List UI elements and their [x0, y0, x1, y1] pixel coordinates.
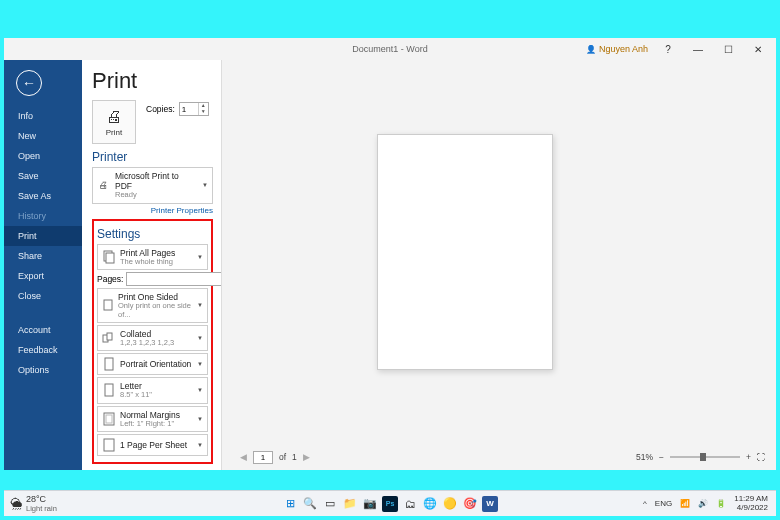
minimize-button[interactable]: —	[688, 44, 708, 55]
zoom-in-button[interactable]: +	[746, 452, 751, 462]
next-page-button[interactable]: ▶	[303, 452, 310, 462]
tray-chevron-icon[interactable]: ^	[643, 499, 647, 508]
edge-icon[interactable]: 🌐	[422, 496, 438, 512]
svg-rect-5	[105, 358, 113, 370]
back-arrow-icon: ←	[22, 75, 36, 91]
sidebar-item-open[interactable]: Open	[4, 146, 82, 166]
print-action-row: 🖨 Print Copies: ▲▼	[92, 100, 213, 144]
clock[interactable]: 11:29 AM 4/9/2022	[734, 495, 768, 513]
sidebar-item-share[interactable]: Share	[4, 246, 82, 266]
pages-icon	[102, 250, 116, 264]
settings-highlight-box: Settings Print All Pages The whole thing…	[92, 219, 213, 464]
files-icon[interactable]: 🗂	[402, 496, 418, 512]
camera-icon[interactable]: 📷	[362, 496, 378, 512]
pages-label: Pages:	[97, 274, 123, 284]
taskbar-weather[interactable]: 🌦 28°C Light rain	[4, 494, 57, 513]
sidebar-item-saveas[interactable]: Save As	[4, 186, 82, 206]
main-area: ← Info New Open Save Save As History Pri…	[4, 60, 776, 470]
sidebar-item-new[interactable]: New	[4, 126, 82, 146]
setting-sub: Only print on one side of...	[118, 302, 193, 319]
back-button[interactable]: ←	[16, 70, 42, 96]
task-view-icon[interactable]: ▭	[322, 496, 338, 512]
sidebar-item-feedback[interactable]: Feedback	[4, 340, 82, 360]
photoshop-icon[interactable]: Ps	[382, 496, 398, 512]
sidebar-item-save[interactable]: Save	[4, 166, 82, 186]
printer-heading: Printer	[92, 150, 213, 164]
sidebar-item-export[interactable]: Export	[4, 266, 82, 286]
copies-label: Copies:	[146, 104, 175, 114]
taskbar-right: ^ ENG 📶 🔊 🔋 11:29 AM 4/9/2022	[643, 495, 776, 513]
zoom-controls: 51% − + ⛶	[636, 452, 766, 462]
taskbar-center: ⊞ 🔍 ▭ 📁 📷 Ps 🗂 🌐 🟡 🎯 W	[282, 496, 498, 512]
copies-spinner[interactable]: ▲▼	[179, 102, 209, 116]
sidebar-item-options[interactable]: Options	[4, 360, 82, 380]
copies-input[interactable]	[180, 103, 198, 115]
zoom-fit-button[interactable]: ⛶	[757, 452, 766, 462]
printer-device-icon: 🖨	[97, 178, 111, 192]
sidebar-item-close[interactable]: Close	[4, 286, 82, 306]
battery-icon[interactable]: 🔋	[716, 499, 726, 508]
wifi-icon[interactable]: 📶	[680, 499, 690, 508]
setting-orientation[interactable]: Portrait Orientation ▼	[97, 353, 208, 375]
setting-print-all-pages[interactable]: Print All Pages The whole thing ▼	[97, 244, 208, 270]
zoom-thumb[interactable]	[700, 453, 706, 461]
sidebar-item-info[interactable]: Info	[4, 106, 82, 126]
sidebar-item-account[interactable]: Account	[4, 320, 82, 340]
setting-margins[interactable]: Normal Margins Left: 1" Right: 1" ▼	[97, 406, 208, 432]
app-window: Document1 - Word Nguyen Anh ? — ☐ ✕ ← In…	[4, 38, 776, 470]
setting-label: Portrait Orientation	[120, 359, 191, 369]
portrait-icon	[102, 357, 116, 371]
language-indicator[interactable]: ENG	[655, 499, 672, 508]
setting-sub: Left: 1" Right: 1"	[120, 420, 180, 428]
svg-rect-6	[105, 384, 113, 396]
chevron-down-icon: ▼	[202, 182, 208, 188]
prev-page-button[interactable]: ◀	[240, 452, 247, 462]
chrome-icon[interactable]: 🟡	[442, 496, 458, 512]
weather-desc: Light rain	[26, 504, 57, 513]
pages-input[interactable]	[126, 272, 222, 286]
page-number-input[interactable]	[253, 451, 273, 464]
preview-area: ◀ of 1 ▶ 51% − + ⛶	[222, 60, 776, 470]
setting-paper-size[interactable]: Letter 8.5" x 11" ▼	[97, 377, 208, 403]
zoom-slider[interactable]	[670, 456, 740, 458]
print-button[interactable]: 🖨 Print	[92, 100, 136, 144]
setting-collated[interactable]: Collated 1,2,3 1,2,3 1,2,3 ▼	[97, 325, 208, 351]
title-bar-right: Nguyen Anh ? — ☐ ✕	[586, 44, 776, 55]
close-button[interactable]: ✕	[748, 44, 768, 55]
sidebar-item-history[interactable]: History	[4, 206, 82, 226]
weather-temp: 28°C	[26, 494, 57, 504]
zoom-out-button[interactable]: −	[659, 452, 664, 462]
page-title: Print	[92, 68, 213, 94]
chevron-down-icon: ▼	[197, 416, 203, 422]
window-title: Document1 - Word	[352, 44, 427, 54]
app-icon[interactable]: 🎯	[462, 496, 478, 512]
setting-one-sided[interactable]: Print One Sided Only print on one side o…	[97, 288, 208, 323]
setting-pages-per-sheet[interactable]: 1 Page Per Sheet ▼	[97, 434, 208, 456]
printer-name: Microsoft Print to PDF	[115, 171, 198, 191]
zoom-percent: 51%	[636, 452, 653, 462]
word-icon[interactable]: W	[482, 496, 498, 512]
search-icon[interactable]: 🔍	[302, 496, 318, 512]
spinner-arrows[interactable]: ▲▼	[198, 103, 208, 115]
taskbar: 🌦 28°C Light rain ⊞ 🔍 ▭ 📁 📷 Ps 🗂 🌐 🟡 🎯 W…	[4, 490, 776, 516]
user-name[interactable]: Nguyen Anh	[586, 44, 648, 54]
svg-rect-9	[104, 439, 114, 451]
printer-properties-link[interactable]: Printer Properties	[92, 206, 213, 215]
pages-row: Pages: i	[97, 272, 208, 286]
printer-text: Microsoft Print to PDF Ready	[115, 171, 198, 200]
svg-rect-1	[106, 253, 114, 263]
maximize-button[interactable]: ☐	[718, 44, 738, 55]
chevron-down-icon: ▼	[197, 254, 203, 260]
collate-icon	[102, 331, 116, 345]
printer-selector[interactable]: 🖨 Microsoft Print to PDF Ready ▼	[92, 167, 213, 204]
sidebar-item-print[interactable]: Print	[4, 226, 82, 246]
volume-icon[interactable]: 🔊	[698, 499, 708, 508]
explorer-icon[interactable]: 📁	[342, 496, 358, 512]
copies-control: Copies: ▲▼	[146, 102, 209, 116]
start-button[interactable]: ⊞	[282, 496, 298, 512]
help-button[interactable]: ?	[658, 44, 678, 55]
margins-icon	[102, 412, 116, 426]
svg-rect-8	[106, 415, 112, 423]
title-bar: Document1 - Word Nguyen Anh ? — ☐ ✕	[4, 38, 776, 60]
page-preview	[377, 134, 553, 370]
